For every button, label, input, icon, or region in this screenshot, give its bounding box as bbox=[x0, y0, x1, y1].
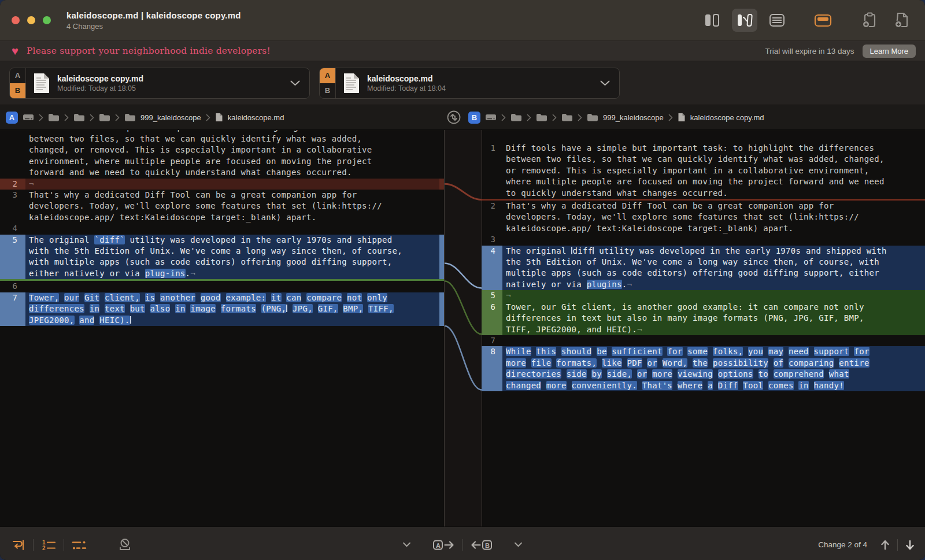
breadcrumb-left: A 999_kaleidoscope kaleidoscope.md bbox=[6, 105, 284, 129]
title-bar: kaleidoscope.md | kaleidoscope copy.md 4… bbox=[0, 0, 925, 40]
ab-toggle-left: A B bbox=[10, 68, 26, 98]
change-markers-button[interactable] bbox=[72, 539, 87, 551]
line-numbers-button[interactable]: 12 bbox=[41, 539, 56, 551]
diff-change-row[interactable]: 2¬ bbox=[0, 179, 444, 190]
previous-change-button[interactable] bbox=[880, 539, 890, 551]
chevron-right-icon bbox=[668, 114, 673, 121]
line-number: 6 bbox=[482, 302, 502, 335]
changes-bar-button[interactable] bbox=[811, 9, 836, 32]
line-text: ¬ bbox=[25, 179, 439, 190]
file-modified: Modified: Today at 18:05 bbox=[57, 84, 143, 92]
copy-a-badge[interactable]: A bbox=[320, 68, 335, 83]
line-text bbox=[502, 335, 925, 346]
line-number bbox=[0, 133, 25, 179]
line-text: That's why a dedicated Diff Tool can be … bbox=[25, 190, 439, 223]
document-icon bbox=[343, 72, 360, 94]
line-text: While this should be sufficient for some… bbox=[502, 346, 925, 391]
folder-icon[interactable] bbox=[99, 113, 110, 122]
line-number: 2 bbox=[0, 179, 25, 190]
line-number: 1 bbox=[482, 143, 502, 199]
line-text bbox=[502, 234, 925, 245]
diff-change-row[interactable]: 8While this should be sufficient for som… bbox=[482, 346, 925, 391]
diff-change-row[interactable]: 4The original diff utility was developed… bbox=[482, 246, 925, 291]
folder-icon[interactable] bbox=[73, 113, 85, 122]
diff-row: 3 bbox=[482, 234, 925, 245]
file-card-left[interactable]: A B kaleidoscope copy.md Modified: Today… bbox=[9, 68, 310, 99]
banner-message: Please support your neighborhood indie d… bbox=[27, 46, 271, 56]
change-edge-strip bbox=[439, 223, 444, 234]
copy-a-badge[interactable]: A bbox=[10, 68, 25, 83]
next-change-button[interactable] bbox=[905, 539, 915, 551]
chevron-down-icon[interactable] bbox=[600, 80, 610, 86]
line-text: That's why a dedicated Diff Tool can be … bbox=[502, 201, 925, 234]
breadcrumb-folder[interactable]: 999_kaleidoscope bbox=[140, 113, 201, 122]
copy-b-to-left-button[interactable]: B bbox=[471, 539, 493, 551]
drive-icon[interactable] bbox=[485, 113, 497, 122]
diff-change-row[interactable]: 5The original `diff` utility was develop… bbox=[0, 235, 444, 281]
copy-b-badge[interactable]: B bbox=[320, 83, 335, 98]
minimize-button[interactable] bbox=[27, 16, 35, 24]
change-edge-strip bbox=[439, 133, 444, 179]
folder-icon[interactable] bbox=[536, 113, 547, 122]
chevron-down-icon[interactable] bbox=[290, 80, 300, 86]
unified-view-button[interactable] bbox=[764, 9, 790, 32]
folder-icon[interactable] bbox=[510, 113, 522, 122]
chevron-right-icon bbox=[39, 114, 43, 121]
changes-count: 4 Changes bbox=[66, 22, 241, 31]
diff-row: 7 bbox=[482, 335, 925, 346]
learn-more-button[interactable]: Learn More bbox=[863, 44, 916, 58]
line-text bbox=[25, 281, 439, 292]
copy-a-to-right-button[interactable]: A bbox=[433, 539, 455, 551]
line-text: Diff tools have a simple but important t… bbox=[502, 143, 925, 199]
line-number: 3 bbox=[482, 234, 502, 245]
chevron-right-icon bbox=[578, 114, 582, 121]
line-number: 5 bbox=[482, 290, 502, 301]
app-window: kaleidoscope.md | kaleidoscope copy.md 4… bbox=[0, 0, 925, 560]
change-edge-strip bbox=[439, 281, 444, 292]
window-title: kaleidoscope.md | kaleidoscope copy.md bbox=[66, 10, 241, 20]
wrap-lines-button[interactable] bbox=[12, 539, 25, 551]
line-number: 4 bbox=[482, 246, 502, 291]
file-icon[interactable] bbox=[678, 113, 686, 122]
diff-change-row[interactable]: 5¬ bbox=[482, 290, 925, 301]
diff-change-row[interactable]: 7Tower, our Git client, is another good … bbox=[0, 292, 444, 326]
diff-connector-gutter bbox=[444, 130, 482, 526]
chevron-right-icon bbox=[552, 114, 557, 121]
title-block: kaleidoscope.md | kaleidoscope copy.md 4… bbox=[66, 10, 241, 31]
file-card-right[interactable]: A B kaleidoscope.md Modified: Today at 1… bbox=[319, 68, 620, 99]
line-text: between two files, so that we can quickl… bbox=[25, 133, 439, 179]
folder-icon[interactable] bbox=[48, 113, 60, 122]
line-text: Tower, our Git client, is another good e… bbox=[25, 292, 439, 326]
blocks-view-icon bbox=[704, 13, 720, 28]
diff-row: 2That's why a dedicated Diff Tool can be… bbox=[482, 201, 925, 234]
breadcrumb-folder[interactable]: 999_kaleidoscope bbox=[603, 113, 664, 122]
drive-icon[interactable] bbox=[23, 113, 34, 122]
line-number: 3 bbox=[0, 190, 25, 223]
file-icon[interactable] bbox=[215, 113, 223, 122]
close-button[interactable] bbox=[12, 16, 20, 24]
add-file-button[interactable] bbox=[889, 9, 915, 32]
fluid-view-button[interactable] bbox=[732, 9, 757, 32]
folder-icon[interactable] bbox=[124, 113, 136, 122]
diff-change-row[interactable]: 6Tower, our Git client, is another good … bbox=[482, 302, 925, 335]
clipboard-plus-icon bbox=[861, 12, 878, 29]
swap-files-button[interactable] bbox=[446, 109, 462, 125]
changes-bar-icon bbox=[814, 13, 832, 28]
add-from-clipboard-button[interactable] bbox=[857, 9, 882, 32]
breadcrumb-file[interactable]: kaleidoscope.md bbox=[228, 113, 284, 122]
blocks-view-button[interactable] bbox=[700, 9, 725, 32]
trial-expiry-text: Trial will expire in 13 days bbox=[765, 47, 854, 55]
folder-icon[interactable] bbox=[587, 113, 598, 122]
copy-a-badge: A bbox=[6, 112, 18, 124]
insertion-caret bbox=[130, 316, 131, 324]
merge-left-options-chevron[interactable] bbox=[403, 542, 411, 547]
line-number: 7 bbox=[0, 292, 25, 326]
ignore-changes-button[interactable] bbox=[118, 538, 132, 552]
folder-icon[interactable] bbox=[561, 113, 573, 122]
document-plus-icon bbox=[893, 12, 911, 29]
file-modified: Modified: Today at 18:04 bbox=[367, 84, 446, 92]
zoom-button[interactable] bbox=[43, 16, 51, 24]
merge-right-options-chevron[interactable] bbox=[515, 542, 523, 547]
breadcrumb-file[interactable]: kaleidoscope copy.md bbox=[690, 113, 764, 122]
copy-b-badge[interactable]: B bbox=[10, 83, 25, 98]
